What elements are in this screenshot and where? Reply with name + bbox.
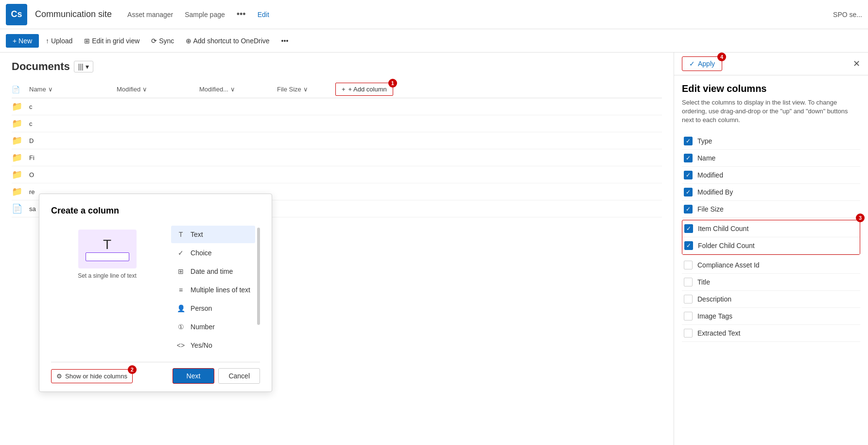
col-type-choice[interactable]: ✓ Choice [171, 244, 255, 262]
spo-label: SPO se... [833, 11, 862, 18]
main-area: Documents ||| ▾ 📄 Name ∨ Modified ∨ Modi… [0, 53, 868, 445]
create-column-body: T Set a single line of text T Text ✓ [51, 226, 260, 354]
upload-button[interactable]: ↑ Upload [41, 34, 77, 48]
apply-button[interactable]: ✓ Apply [682, 56, 722, 71]
cancel-button[interactable]: Cancel [218, 368, 260, 384]
col-modified-by-header[interactable]: Modified... ∨ [199, 86, 277, 93]
close-panel-button[interactable]: ✕ [853, 58, 860, 69]
show-hide-badge: 2 [128, 365, 137, 374]
title-checkbox[interactable] [684, 278, 693, 286]
table-row: 📁 O [12, 166, 662, 183]
edit-grid-button[interactable]: ⊞ Edit in grid view [79, 34, 144, 48]
image-tags-checkbox[interactable] [684, 312, 693, 320]
top-nav: Cs Communication site Asset manager Samp… [0, 0, 868, 29]
col-item-name: Name [682, 150, 860, 167]
col-item-extracted-text: Extracted Text [682, 325, 860, 342]
next-button[interactable]: Next [173, 368, 215, 384]
documents-title: Documents [12, 60, 70, 73]
row-name[interactable]: c [29, 120, 117, 127]
left-panel: Documents ||| ▾ 📄 Name ∨ Modified ∨ Modi… [0, 53, 674, 445]
edit-view-title: Edit view columns [682, 83, 860, 94]
add-column-button[interactable]: + + Add column [335, 83, 393, 96]
description-label: Description [697, 295, 731, 303]
type-checkbox[interactable] [684, 137, 693, 145]
name-checkbox[interactable] [684, 154, 693, 162]
sync-button[interactable]: ⟳ Sync [146, 34, 179, 48]
item-child-count-label: Item Child Count [698, 225, 748, 232]
site-title: Communication site [35, 9, 112, 19]
col-modified-header[interactable]: Modified ∨ [117, 86, 199, 93]
col-item-description: Description [682, 291, 860, 308]
modified-by-label: Modified By [697, 188, 733, 196]
create-column-dialog: Create a column T Set a single line of t… [39, 194, 272, 392]
column-type-list: T Text ✓ Choice ⊞ Date and time ≡ [171, 226, 255, 354]
col-type-datetime[interactable]: ⊞ Date and time [171, 263, 255, 280]
modified-by-checkbox[interactable] [684, 188, 693, 196]
row-name[interactable]: c [29, 103, 117, 110]
person-type-label: Person [191, 304, 212, 312]
row-icon: 📄 [12, 203, 29, 214]
yesno-type-icon: <> [176, 340, 186, 350]
extracted-text-checkbox[interactable] [684, 329, 693, 338]
col-type-text[interactable]: T Text [171, 226, 255, 243]
col-type-multiline[interactable]: ≡ Multiple lines of text [171, 281, 255, 299]
edit-view-desc: Select the columns to display in the lis… [682, 98, 860, 125]
toolbar: + New ↑ Upload ⊞ Edit in grid view ⟳ Syn… [0, 29, 868, 53]
toolbar-more-button[interactable]: ••• [277, 34, 294, 48]
table-row: 📁 c [12, 115, 662, 132]
folder-child-count-label: Folder Child Count [698, 242, 755, 249]
right-panel-top: ✓ Apply 4 ✕ [674, 53, 868, 75]
add-column-badge: 1 [388, 79, 397, 88]
filesize-chevron-icon: ∨ [303, 86, 308, 93]
nav-more-dots[interactable]: ••• [237, 9, 246, 19]
number-type-icon: ① [176, 322, 186, 332]
col-name-header[interactable]: Name ∨ [29, 86, 117, 93]
row-name[interactable]: Fi [29, 154, 117, 161]
create-column-title: Create a column [51, 206, 260, 216]
folder-child-count-checkbox[interactable] [684, 241, 693, 250]
view-icon: ||| [78, 63, 84, 71]
number-type-label: Number [191, 323, 215, 331]
row-name[interactable]: O [29, 171, 117, 178]
col-type-person[interactable]: 👤 Person [171, 300, 255, 317]
datetime-type-icon: ⊞ [176, 267, 186, 276]
col-item-type: Type [682, 133, 860, 150]
compliance-checkbox[interactable] [684, 261, 693, 269]
modified-label: Modified [697, 171, 723, 179]
description-checkbox[interactable] [684, 295, 693, 303]
site-logo: Cs [6, 4, 27, 25]
col-icon-header: 📄 [12, 86, 29, 93]
column-types-area: T Text ✓ Choice ⊞ Date and time ≡ [171, 226, 260, 354]
col-filesize-header[interactable]: File Size ∨ [277, 86, 335, 93]
nav-edit[interactable]: Edit [258, 11, 269, 18]
item-child-count-checkbox[interactable] [684, 224, 693, 233]
name-label: Name [697, 154, 715, 162]
new-button[interactable]: + New [6, 34, 39, 48]
row-icon: 📁 [12, 152, 29, 163]
types-scrollbar[interactable] [257, 228, 260, 325]
choice-type-icon: ✓ [176, 248, 186, 258]
column-preview: T Set a single line of text [51, 226, 163, 354]
filesize-label: File Size [697, 205, 724, 213]
table-row: 📁 D [12, 132, 662, 149]
modified-checkbox[interactable] [684, 171, 693, 179]
nav-asset-manager[interactable]: Asset manager [127, 11, 173, 18]
text-cursor-icon: T [103, 237, 111, 252]
col-item-compliance: Compliance Asset Id [682, 257, 860, 274]
multiline-type-icon: ≡ [176, 285, 186, 295]
row-name[interactable]: D [29, 137, 117, 144]
show-hide-columns-button[interactable]: ⚙ Show or hide columns [51, 369, 133, 383]
text-type-label: Text [191, 231, 203, 238]
dialog-footer-buttons: Next Cancel [173, 368, 260, 384]
nav-sample-page[interactable]: Sample page [185, 11, 225, 18]
add-shortcut-button[interactable]: ⊕ Add shortcut to OneDrive [181, 34, 274, 48]
compliance-label: Compliance Asset Id [697, 261, 760, 269]
preview-description: Set a single line of text [78, 272, 137, 279]
row-icon: 📁 [12, 135, 29, 146]
col-type-number[interactable]: ① Number [171, 318, 255, 336]
filesize-checkbox[interactable] [684, 205, 693, 214]
image-tags-label: Image Tags [697, 312, 732, 320]
view-switcher[interactable]: ||| ▾ [74, 61, 93, 72]
right-panel-content: Edit view columns Select the columns to … [674, 75, 868, 445]
col-type-yesno[interactable]: <> Yes/No [171, 337, 255, 354]
